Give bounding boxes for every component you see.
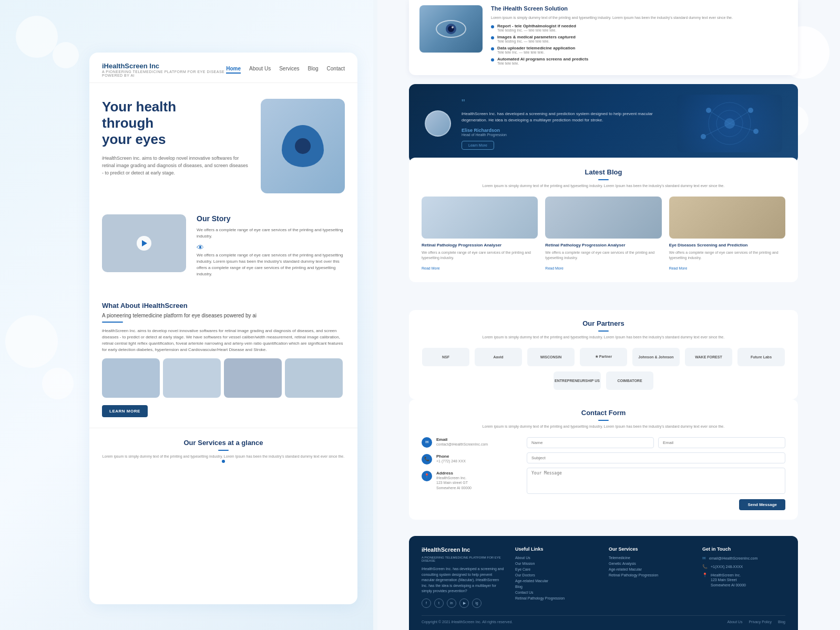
blog-img-1 bbox=[422, 197, 538, 239]
partner-logo-eu: ENTREPRENEURSHIP US bbox=[554, 371, 601, 390]
contact-email-item: ✉ Email contact@iHealthScreenInc.com bbox=[422, 437, 516, 448]
solution-item-2: Images & medical parameters captured Tel… bbox=[491, 35, 787, 43]
partner-logo-nsf: NSF bbox=[422, 348, 469, 366]
email-input[interactable] bbox=[658, 437, 785, 448]
footer-phone-icon: 📞 bbox=[702, 564, 708, 569]
footer-contact-title: Get in Touch bbox=[702, 546, 785, 552]
footer-link-eyecare[interactable]: Eye Care bbox=[515, 567, 598, 571]
services-section: Our Services at a glance Lorem ipsum is … bbox=[89, 428, 357, 479]
partner-logo-aavid: Aavid bbox=[475, 348, 522, 366]
nav-link-about[interactable]: About Us bbox=[249, 66, 271, 74]
social-twitter-icon[interactable]: t bbox=[434, 598, 444, 608]
right-panel: The iHealth Screen Solution Lorem ipsum … bbox=[377, 0, 840, 630]
eye-icon: 👁 bbox=[197, 243, 204, 252]
contact-form: Send Message bbox=[527, 437, 785, 510]
footer-link-mission[interactable]: Our Mission bbox=[515, 562, 598, 565]
footer-bottom-privacy[interactable]: Privacy Policy bbox=[749, 620, 772, 624]
social-instagram-icon[interactable]: ig bbox=[472, 598, 482, 608]
blog-card-3-desc: We offers a complete range of eye care s… bbox=[669, 250, 785, 261]
subject-input[interactable] bbox=[527, 452, 785, 463]
ihs-images bbox=[102, 358, 345, 398]
hero-img-placeholder bbox=[261, 99, 345, 193]
testimonial-learn-more[interactable]: Learn More bbox=[462, 141, 494, 150]
contact-desc: Lorem ipsum is simply dummy text of the … bbox=[472, 424, 735, 430]
blog-header: Latest Blog Lorem ipsum is simply dummy … bbox=[422, 168, 785, 189]
footer-bottom-blog[interactable]: Blog bbox=[778, 620, 785, 624]
svg-point-12 bbox=[706, 108, 711, 113]
name-input[interactable] bbox=[527, 437, 654, 448]
svg-line-8 bbox=[709, 110, 730, 123]
partners-title: Our Partners bbox=[422, 319, 785, 327]
footer-phone-item: 📞 +1(XXX) 248-XXXX bbox=[702, 564, 785, 570]
solution-item-1: Report - tele Ophthalmologist if needed … bbox=[491, 24, 787, 32]
testimonial-name: Elise Richardson bbox=[462, 128, 667, 133]
footer-link-contact[interactable]: Contact Us bbox=[515, 591, 598, 594]
footer-phone-value: +1(XXX) 248-XXXX bbox=[711, 564, 743, 570]
ihs-img-3 bbox=[224, 358, 282, 398]
footer-col-contact: Get in Touch ✉ email@iHealthScreenInc.co… bbox=[702, 546, 785, 608]
deco-circle-4 bbox=[42, 368, 74, 399]
contact-email-text: Email contact@iHealthScreenInc.com bbox=[436, 437, 488, 447]
footer-link-doctors[interactable]: Our Doctors bbox=[515, 573, 598, 577]
nav-link-services[interactable]: Services bbox=[279, 66, 299, 74]
social-youtube-icon[interactable]: ▶ bbox=[459, 598, 469, 608]
solution-intro: Lorem ipsum is simply dummy text of the … bbox=[491, 16, 787, 19]
solution-item-3: Data uploader telemedicine application T… bbox=[491, 46, 787, 54]
story-desc-2: We offers a complete range of eye care s… bbox=[197, 252, 345, 277]
sol-item-4-desc: Tele tele tele. bbox=[497, 61, 588, 65]
quote-mark: " bbox=[462, 98, 667, 109]
footer-link-blog[interactable]: Blog bbox=[515, 585, 598, 588]
network-graphic bbox=[677, 95, 782, 152]
footer-address-value: iHealthScreen Inc.123 Main StreetSomewhe… bbox=[711, 573, 746, 588]
sol-dot-1 bbox=[491, 25, 494, 28]
footer-service-retinal[interactable]: Retinal Pathology Progression bbox=[609, 573, 692, 577]
partner-logo-jj: Johnson & Johnson bbox=[632, 348, 680, 366]
sol-item-2-desc: Tele testing Inc. — tele tele tele. bbox=[497, 39, 576, 43]
blog-read-more-3[interactable]: Read More bbox=[669, 266, 688, 270]
phone-icon: 📞 bbox=[422, 454, 432, 464]
services-dot bbox=[222, 460, 225, 463]
contact-address-value: iHealthScreen Inc.123 Main street GTSome… bbox=[436, 476, 472, 491]
contact-address-item: 📍 Address iHealthScreen Inc.123 Main str… bbox=[422, 471, 516, 491]
message-textarea[interactable] bbox=[527, 468, 785, 494]
deco-circle-2 bbox=[53, 42, 79, 68]
nav-link-blog[interactable]: Blog bbox=[308, 66, 319, 74]
blog-read-more-2[interactable]: Read More bbox=[545, 266, 564, 270]
social-facebook-icon[interactable]: f bbox=[422, 598, 431, 608]
sol-dot-3 bbox=[491, 47, 494, 50]
footer-email-item: ✉ email@iHealthScreenInc.com bbox=[702, 556, 785, 561]
submit-button[interactable]: Send Message bbox=[739, 499, 785, 510]
sol-item-3-title: Data uploader telemedicine application bbox=[497, 46, 575, 50]
deco-circle-3 bbox=[5, 315, 58, 368]
footer-link-about[interactable]: About Us bbox=[515, 556, 598, 560]
nav-link-contact[interactable]: Contact bbox=[327, 66, 345, 74]
footer-link-amd[interactable]: Age-related Macular bbox=[515, 579, 598, 583]
learn-more-button[interactable]: LEARN MORE bbox=[102, 405, 148, 417]
nav-link-home[interactable]: Home bbox=[226, 66, 241, 74]
footer-bottom-about[interactable]: About Us bbox=[728, 620, 743, 624]
sol-item-1-text: Report - tele Ophthalmologist if needed … bbox=[497, 24, 576, 32]
testimonial-section: " iHealthScreen Inc. has developed a scr… bbox=[409, 84, 798, 163]
blog-card-2: Retinal Pathology Progression Analyser W… bbox=[545, 197, 661, 272]
testimonial-content: " iHealthScreen Inc. has developed a scr… bbox=[462, 98, 667, 150]
blog-img-2 bbox=[545, 197, 661, 239]
blog-card-1: Retinal Pathology Progression Analyser W… bbox=[422, 197, 538, 272]
footer-service-macular[interactable]: Age-related Macular bbox=[609, 567, 692, 571]
blog-read-more-1[interactable]: Read More bbox=[422, 266, 440, 270]
footer-service-genetic[interactable]: Genetic Analysis bbox=[609, 562, 692, 565]
footer-link-retinal[interactable]: Retinal Pathology Progression bbox=[515, 596, 598, 600]
blog-img-3 bbox=[669, 197, 785, 239]
play-button[interactable] bbox=[137, 236, 151, 251]
blog-card-2-title: Retinal Pathology Progression Analyser bbox=[545, 243, 661, 248]
contact-email-value: contact@iHealthScreenInc.com bbox=[436, 442, 488, 447]
blog-accent-line bbox=[598, 179, 609, 180]
social-linkedin-icon[interactable]: in bbox=[447, 598, 456, 608]
footer-service-tele[interactable]: Telemedicine bbox=[609, 556, 692, 560]
blog-card-3-title: Eye Diseases Screening and Prediction bbox=[669, 243, 785, 248]
contact-accent-line bbox=[598, 420, 609, 421]
contact-section: Contact Form Lorem ipsum is simply dummy… bbox=[409, 399, 798, 520]
partner-logo-wfu: WAKE FOREST bbox=[685, 348, 732, 366]
contact-address-label: Address bbox=[436, 471, 472, 476]
footer-copyright: Copyright © 2021 iHealthScreen Inc. All … bbox=[422, 620, 513, 624]
contact-phone-label: Phone bbox=[436, 454, 466, 459]
